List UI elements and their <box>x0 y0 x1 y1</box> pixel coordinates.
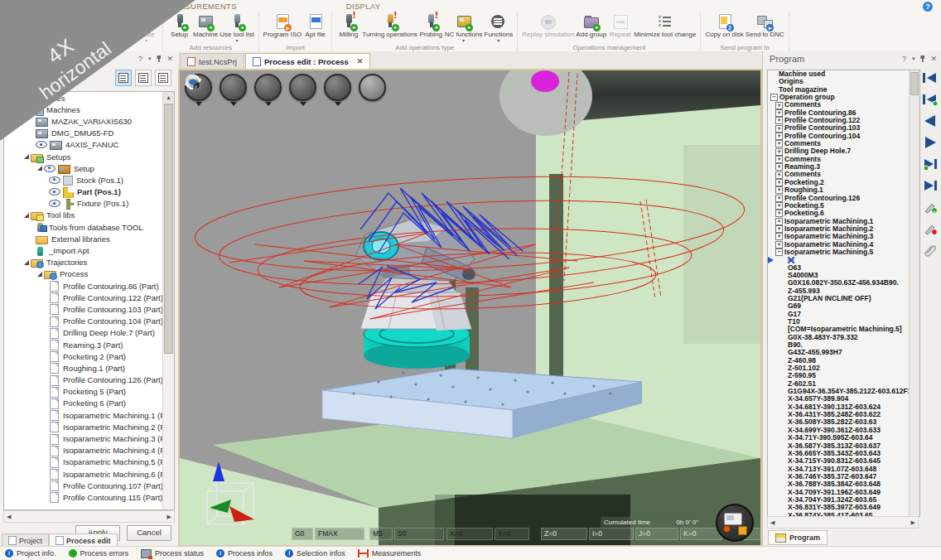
expand-icon[interactable]: + <box>775 233 783 240</box>
close-icon[interactable]: ✕ <box>930 55 937 63</box>
tree-item[interactable]: Profile Contouring.122 (Part) <box>4 292 163 303</box>
program-vertical-scrollbar[interactable] <box>909 70 919 516</box>
tree-item[interactable]: Pocketing 6 (Part) <box>4 398 163 409</box>
scroll-up-arrow[interactable]: ▲ <box>163 92 174 103</box>
chevron-down-icon[interactable] <box>195 102 202 106</box>
tree-expander-icon[interactable] <box>22 260 31 265</box>
close-icon[interactable]: ✕ <box>357 57 364 65</box>
chevron-down-icon[interactable]: ▾ <box>148 55 152 63</box>
scrollbar-thumb[interactable] <box>910 72 919 95</box>
setup-button[interactable]: Setup <box>166 13 192 44</box>
scrollbar-thumb[interactable] <box>164 104 173 354</box>
use-tool-list-button[interactable]: Use tool list ▾ <box>219 13 254 44</box>
tree-item[interactable]: Tools from database TOOL <box>4 221 163 233</box>
scroll-left-arrow[interactable]: ◀ <box>7 514 11 520</box>
tree-item[interactable]: Stock (Pos.1) <box>4 174 163 186</box>
tree-item[interactable]: Roughing.1 (Part) <box>4 362 163 374</box>
status-measurements[interactable]: Measurements <box>358 549 422 558</box>
scroll-right-arrow[interactable]: ▶ <box>911 519 915 526</box>
probing-button[interactable]: Probing <box>418 13 444 44</box>
go-to-start-button[interactable] <box>922 71 939 85</box>
expand-icon[interactable]: + <box>775 133 783 140</box>
tree-expander-icon[interactable] <box>22 107 31 112</box>
tree-item[interactable]: Profile Contouring.104 (Part) <box>4 316 163 327</box>
zoom-button[interactable]: B <box>289 74 316 101</box>
play-backward-button[interactable] <box>922 114 939 128</box>
tree-item[interactable]: Pocketing 5 (Part) <box>4 386 163 398</box>
refresh-view-button[interactable] <box>359 74 386 101</box>
expand-icon[interactable]: + <box>775 148 783 156</box>
attach-icon[interactable] <box>922 244 939 258</box>
remove-breakpoint-button[interactable] <box>922 222 939 236</box>
chevron-down-icon[interactable] <box>230 102 237 106</box>
tree-item[interactable]: Profile Contouring.86 (Part) <box>4 280 163 292</box>
tab-project[interactable]: Project <box>2 533 49 547</box>
tree-expander-icon[interactable] <box>22 213 31 218</box>
status-selection-infos[interactable]: iSelection infos <box>285 549 345 558</box>
expand-icon[interactable]: + <box>775 117 783 124</box>
view-mode-detail-button[interactable] <box>115 70 132 86</box>
minimize-tool-change-button[interactable]: Minimize tool change <box>633 13 697 44</box>
visibility-eye-icon[interactable] <box>49 176 60 184</box>
collapse-icon[interactable]: − <box>770 94 778 101</box>
chevron-down-icon[interactable] <box>335 102 341 106</box>
cancel-button[interactable]: Cancel <box>127 525 171 541</box>
tree-item[interactable]: Pocketing 2 (Part) <box>4 350 163 362</box>
tree-item[interactable]: _Import Apt <box>4 244 163 256</box>
tree-item[interactable]: Part (Pos.1) <box>4 186 163 198</box>
status-project-info[interactable]: iProject info. <box>5 549 56 558</box>
program-iso-button[interactable]: Program ISO <box>263 13 303 44</box>
chevron-down-icon[interactable]: ▾ <box>912 55 915 63</box>
expand-icon[interactable]: + <box>775 102 783 109</box>
selection-mode-button[interactable]: x <box>324 74 351 101</box>
tree-item[interactable]: Profile Contouring.115 (Part) <box>4 491 163 503</box>
pin-icon[interactable] <box>920 56 924 62</box>
visibility-eye-icon[interactable] <box>49 200 60 207</box>
tree-item[interactable]: 4AXIS_FANUC <box>4 139 163 151</box>
tree-item[interactable]: Profile Contouring.126 (Part) <box>4 374 163 386</box>
tree-item[interactable]: Fixture (Pos.1) <box>4 198 163 210</box>
add-group-button[interactable]: Add group <box>575 13 607 44</box>
tree-item[interactable]: Trajectories <box>4 257 163 268</box>
copy-on-disk-button[interactable]: Copy on disk <box>704 13 744 44</box>
tree-expander-icon[interactable] <box>36 272 44 277</box>
tree-item[interactable]: Tool libs <box>4 210 163 221</box>
program-horizontal-scrollbar[interactable]: ◀ ▶ <box>767 516 919 529</box>
status-process-errors[interactable]: Process errors <box>69 549 129 558</box>
expand-icon[interactable]: + <box>775 171 783 179</box>
tree-expander-icon[interactable] <box>36 166 44 171</box>
expand-icon[interactable]: + <box>775 195 783 202</box>
tree-item[interactable]: Isoparametric Machining.5 (Part) <box>4 456 163 468</box>
apt-file-button[interactable]: Apt file <box>302 13 328 44</box>
view-mode-simple-button[interactable] <box>155 70 171 86</box>
scroll-right-arrow[interactable]: ▶ <box>167 514 171 520</box>
replay-simulation-button[interactable]: Replay simulation <box>521 13 575 44</box>
expand-icon[interactable]: + <box>775 179 783 186</box>
machine-status-icon[interactable] <box>716 504 754 542</box>
tree-item[interactable]: Reaming.3 (Part) <box>4 339 163 350</box>
paste-button[interactable]: Paste ▾ <box>133 13 159 44</box>
visibility-eye-icon[interactable] <box>49 188 60 196</box>
expand-icon[interactable]: + <box>775 186 783 194</box>
cylinder-view-button[interactable] <box>254 74 282 101</box>
tree-item[interactable]: Isoparametric Machining.6 (Part) <box>4 468 163 480</box>
tab-program[interactable]: Program <box>768 530 828 545</box>
tab-process-edit-process[interactable]: Process edit : Process✕ <box>245 53 370 69</box>
help-icon[interactable]: ? <box>923 2 933 12</box>
tree-expander-icon[interactable] <box>22 154 31 159</box>
tree-item[interactable]: Resources <box>4 92 163 104</box>
tab-display[interactable]: DISPLAY <box>346 2 381 11</box>
status-process-infos[interactable]: iProcess infos <box>216 549 273 558</box>
program-tree-item[interactable]: −Isoparametric Machining.5 <box>768 249 910 256</box>
expand-icon[interactable]: + <box>775 109 783 117</box>
filter-button[interactable]: ▾ <box>70 71 87 84</box>
repeat-button[interactable]: Repeat <box>607 13 633 44</box>
tree-item[interactable]: Drilling Deep Hole.7 (Part) <box>4 327 163 339</box>
nc-functions-button[interactable]: NC functions ▾ <box>444 13 484 44</box>
copy-button[interactable]: Copy <box>108 13 133 44</box>
go-to-end-button[interactable] <box>922 179 939 193</box>
pin-icon[interactable] <box>157 56 161 62</box>
panel-help-icon[interactable]: ? <box>902 55 906 63</box>
close-icon[interactable]: ✕ <box>166 55 173 63</box>
tree-item[interactable]: MAZAK_VARIAXIS630 <box>4 115 163 127</box>
